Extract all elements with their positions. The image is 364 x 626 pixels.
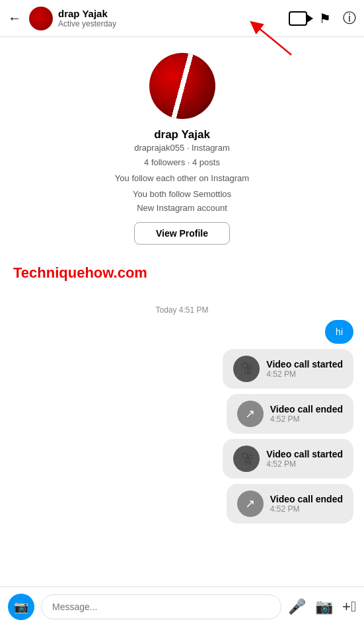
call-row-0: 🎥 Video call started 4:52 PM bbox=[11, 349, 353, 389]
profile-mutual2: You both follow Semottlos bbox=[133, 187, 231, 202]
chat-area: Today 4:51 PM hi 🎥 Video call started 4:… bbox=[0, 288, 364, 586]
call-icon-circle-3: ↗ bbox=[237, 490, 264, 517]
microphone-icon[interactable]: 🎤 bbox=[288, 598, 306, 615]
profile-avatar-slash bbox=[149, 53, 215, 119]
chat-timestamp: Today 4:51 PM bbox=[11, 305, 353, 315]
call-icon-circle-1: ↗ bbox=[237, 401, 264, 427]
video-icon-3: ↗ bbox=[245, 496, 255, 511]
contact-status: Active yesterday bbox=[58, 19, 116, 28]
call-title-3: Video call ended bbox=[270, 494, 343, 504]
call-info-0: Video call started 4:52 PM bbox=[266, 359, 343, 379]
header-right: ⚑ ⓘ bbox=[289, 9, 356, 27]
call-time-1: 4:52 PM bbox=[270, 414, 343, 424]
profile-mutual: You follow each other on Instagram bbox=[115, 171, 249, 186]
call-icon-circle-0: 🎥 bbox=[233, 356, 260, 382]
image-icon[interactable]: 📷 bbox=[315, 598, 333, 615]
call-info-3: Video call ended 4:52 PM bbox=[270, 494, 343, 514]
message-bubble: hi bbox=[325, 320, 353, 344]
call-bubble-2: 🎥 Video call started 4:52 PM bbox=[223, 439, 353, 479]
video-call-icon[interactable] bbox=[289, 11, 307, 26]
call-row-1: ↗ Video call ended 4:52 PM bbox=[11, 394, 353, 434]
bottom-right-icons: 🎤 📷 +⃝ bbox=[288, 598, 356, 615]
flag-icon[interactable]: ⚑ bbox=[319, 11, 331, 26]
call-icon-circle-2: 🎥 bbox=[233, 446, 260, 472]
message-input[interactable] bbox=[41, 594, 281, 619]
avatar-inner bbox=[29, 7, 53, 30]
contact-name: drap Yajak bbox=[58, 8, 116, 19]
profile-note: New Instagram account bbox=[137, 203, 227, 213]
profile-section: drap Yajak draprajak055 · Instagram 4 fo… bbox=[0, 37, 364, 258]
bottom-bar: 📷 🎤 📷 +⃝ bbox=[0, 586, 364, 626]
watermark: Techniquehow.com bbox=[0, 258, 364, 288]
profile-avatar bbox=[149, 53, 215, 119]
call-info-1: Video call ended 4:52 PM bbox=[270, 404, 343, 424]
profile-handle: draprajak055 · Instagram bbox=[134, 143, 230, 153]
call-time-2: 4:52 PM bbox=[266, 459, 343, 469]
call-title-0: Video call started bbox=[266, 359, 343, 370]
message-row-sent: hi bbox=[11, 320, 353, 344]
video-icon-1: ↗ bbox=[245, 407, 255, 421]
call-title-2: Video call started bbox=[266, 449, 343, 459]
camera-button[interactable]: 📷 bbox=[8, 594, 34, 620]
call-title-1: Video call ended bbox=[270, 404, 343, 414]
chat-header: ← drap Yajak Active yesterday ⚑ ⓘ bbox=[0, 0, 364, 37]
avatar-small bbox=[29, 7, 53, 30]
call-time-3: 4:52 PM bbox=[270, 504, 343, 514]
header-left: ← drap Yajak Active yesterday bbox=[8, 7, 289, 30]
phone-frame: ← drap Yajak Active yesterday ⚑ ⓘ bbox=[0, 0, 364, 626]
header-info: drap Yajak Active yesterday bbox=[58, 8, 116, 28]
call-row-2: 🎥 Video call started 4:52 PM bbox=[11, 439, 353, 479]
profile-name: drap Yajak bbox=[154, 128, 210, 141]
plus-icon[interactable]: +⃝ bbox=[342, 598, 356, 615]
call-bubble-0: 🎥 Video call started 4:52 PM bbox=[223, 349, 353, 389]
info-icon[interactable]: ⓘ bbox=[343, 9, 356, 27]
video-icon-0: 🎥 bbox=[239, 362, 254, 376]
call-row-3: ↗ Video call ended 4:52 PM bbox=[11, 484, 353, 524]
profile-followers: 4 followers · 4 posts bbox=[144, 155, 220, 170]
call-bubble-1: ↗ Video call ended 4:52 PM bbox=[227, 394, 353, 434]
message-text: hi bbox=[336, 327, 343, 337]
camera-icon: 📷 bbox=[14, 600, 28, 614]
back-icon[interactable]: ← bbox=[8, 11, 21, 26]
call-time-0: 4:52 PM bbox=[266, 370, 343, 379]
view-profile-button[interactable]: View Profile bbox=[134, 222, 230, 245]
call-bubble-3: ↗ Video call ended 4:52 PM bbox=[227, 484, 353, 524]
call-info-2: Video call started 4:52 PM bbox=[266, 449, 343, 469]
video-icon-2: 🎥 bbox=[239, 451, 254, 466]
